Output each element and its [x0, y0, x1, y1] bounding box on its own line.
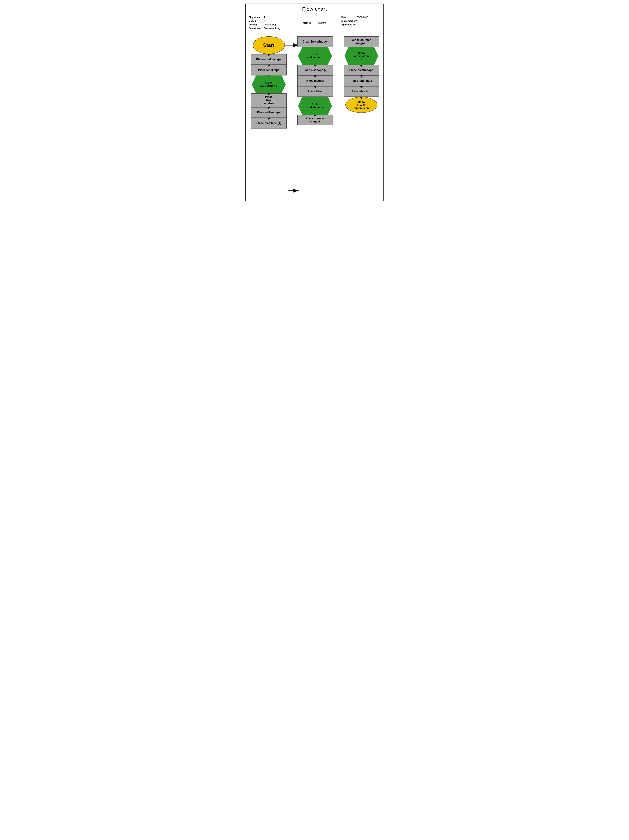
department-label: Department: — [249, 27, 263, 30]
process-value: Assembling — [264, 23, 276, 27]
assemble-box-label: Assemble box — [352, 90, 371, 93]
place-plastic-tape-label: Place plastic tape — [349, 68, 373, 72]
go-to-workstation-4-label: Go to workstation 4 — [306, 103, 324, 109]
process-label: Process: — [249, 23, 263, 27]
approved-label: Approved by: — [342, 23, 356, 27]
go-to-workstation-5: Go to workstation 5 — [344, 47, 378, 65]
go-to-quality-supervision: Go to quality supervision — [345, 97, 377, 113]
place-magnet-label: Place magnet — [306, 79, 324, 82]
page: Flow chart Diagram no.: 1 Model: A Proce… — [245, 3, 384, 201]
go-to-workstation-3: Go to workstation 3 — [298, 47, 332, 65]
date-label: Date: — [342, 16, 356, 19]
flowchart-area: Start Place window tape Place lab — [246, 32, 383, 201]
place-label-label: Place label — [307, 90, 322, 93]
place-box-window-label: Place box window — [263, 95, 274, 105]
place-label-tape-2-label: Place label tape — [350, 79, 372, 82]
start-label: Start — [263, 43, 274, 48]
column-2: Clean box window Go to workstation 3 Pla… — [296, 36, 335, 125]
go-to-workstation-3-label: Go to workstation 3 — [306, 53, 324, 59]
clean-box-window-label: Clean box window — [303, 40, 328, 43]
model-value: A — [264, 19, 265, 23]
place-bias-tape-1-label: Place bias tape (1) — [256, 122, 281, 125]
elaborated-label: Elaborated by: — [342, 19, 358, 23]
diagram-label: Diagram no.: — [249, 16, 263, 19]
method-label: Method — [303, 22, 317, 24]
clean-box-window: Clean box window — [297, 36, 333, 47]
page-title: Flow chart — [246, 6, 383, 12]
meta-center: Method Current — [288, 16, 342, 30]
method-value: Current — [318, 22, 326, 24]
go-to-workstation-2-label: Go to workstation 2 — [260, 81, 277, 87]
model-label: Model: — [249, 19, 263, 23]
diagram-value: 1 — [264, 16, 265, 19]
column-3: Close counter magnet Go to workstation 5… — [342, 36, 381, 113]
meta-right: Date: 08/08/2018 Elaborated by: Approved… — [342, 16, 381, 30]
date-value: 08/08/2018 — [357, 16, 368, 19]
meta-left: Diagram no.: 1 Model: A Process: Assembl… — [249, 16, 288, 30]
close-counter-magnet: Close counter magnet — [344, 36, 379, 47]
department-value: Box assembling — [264, 27, 280, 30]
place-window-tape-label: Place window tape — [256, 58, 281, 61]
go-to-workstation-4: Go to workstation 4 — [298, 97, 332, 115]
go-to-workstation-2: Go to workstation 2 — [252, 76, 286, 93]
go-to-quality-supervision-label: Go to quality supervision — [354, 100, 369, 109]
column-1: Start Place window tape Place lab — [249, 36, 288, 128]
title-section: Flow chart — [246, 4, 383, 14]
place-counter-magnet-label: Place counter magnet — [306, 117, 325, 123]
meta-section: Diagram no.: 1 Model: A Process: Assembl… — [246, 14, 383, 32]
place-label-tape-1-label: Place label tape — [258, 68, 279, 72]
place-yellow-tape-label: Place yellow tape — [257, 111, 281, 114]
go-to-workstation-5-label: Go to workstation 5 — [354, 51, 369, 60]
start-oval: Start — [253, 36, 285, 54]
close-counter-magnet-label: Close counter magnet — [352, 38, 371, 45]
place-bias-tape-2-label: Place bias tape (2) — [303, 68, 328, 72]
